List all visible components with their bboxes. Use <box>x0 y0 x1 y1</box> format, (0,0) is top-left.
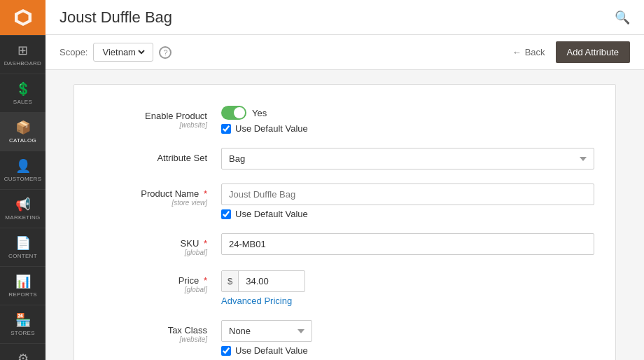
sku-row: SKU * [global] <box>74 226 615 263</box>
page-title: Joust Duffle Bag <box>59 8 172 27</box>
content-area: Enable Product [website] Yes Use Default… <box>46 70 644 360</box>
toggle-row: Yes <box>221 106 594 120</box>
enable-product-controls: Yes Use Default Value <box>221 106 594 134</box>
price-label: Price * [global] <box>95 270 221 293</box>
sidebar-item-system[interactable]: ⚙ SYSTEM <box>0 343 46 360</box>
tax-class-default-label: Use Default Value <box>235 345 308 356</box>
tax-class-default-checkbox[interactable] <box>221 346 231 356</box>
marketing-icon: 📢 <box>15 197 31 212</box>
dashboard-icon: ⊞ <box>18 43 28 58</box>
sidebar-item-stores[interactable]: 🏪 STORES <box>0 305 46 343</box>
sku-controls <box>221 233 594 255</box>
sidebar-item-label: STORES <box>10 330 35 336</box>
content-icon: 📄 <box>15 235 31 251</box>
advanced-pricing-link[interactable]: Advanced Pricing <box>221 296 594 306</box>
enable-product-toggle[interactable] <box>221 106 246 120</box>
price-controls: $ Advanced Pricing <box>221 270 594 306</box>
price-symbol: $ <box>222 271 239 291</box>
toolbar: Scope: Vietnam Default ? ← Back Add Attr… <box>46 35 644 70</box>
product-form: Enable Product [website] Yes Use Default… <box>74 84 616 360</box>
sku-input[interactable] <box>221 233 594 255</box>
customers-icon: 👤 <box>15 158 31 174</box>
product-name-default-row: Use Default Value <box>221 209 594 219</box>
sidebar-item-label: REPORTS <box>8 291 37 298</box>
product-name-row: Product Name * [store view] Use Default … <box>74 176 615 226</box>
sidebar-item-dashboard[interactable]: ⊞ DASHBOARD <box>0 35 46 74</box>
tax-class-controls: None Taxable Goods Use Default Value <box>221 320 594 356</box>
enable-product-row: Enable Product [website] Yes Use Default… <box>74 99 615 141</box>
sidebar-item-label: CUSTOMERS <box>4 176 42 182</box>
sidebar-item-label: DASHBOARD <box>4 60 41 67</box>
sidebar-item-sales[interactable]: 💲 SALES <box>0 74 46 112</box>
sku-label: SKU * [global] <box>95 233 221 256</box>
attribute-set-select[interactable]: Bag Default Gear <box>221 148 594 169</box>
back-button[interactable]: ← Back <box>512 47 545 57</box>
required-star: * <box>204 275 207 286</box>
required-star: * <box>204 238 207 249</box>
main-panel: Joust Duffle Bag 🔍 Scope: Vietnam Defaul… <box>46 0 644 360</box>
catalog-icon: 📦 <box>15 120 31 135</box>
reports-icon: 📊 <box>15 274 31 289</box>
sidebar: ⊞ DASHBOARD 💲 SALES 📦 CATALOG 👤 CUSTOMER… <box>0 0 46 360</box>
tax-class-sub-label: [website] <box>95 335 207 343</box>
enable-product-default-checkbox[interactable] <box>221 124 231 134</box>
product-name-sub-label: [store view] <box>95 199 207 207</box>
product-name-default-checkbox[interactable] <box>221 209 231 219</box>
back-arrow-icon: ← <box>512 47 522 57</box>
product-name-default-label: Use Default Value <box>235 209 308 219</box>
scope-label: Scope: <box>59 47 88 57</box>
sidebar-item-customers[interactable]: 👤 CUSTOMERS <box>0 151 46 189</box>
attribute-set-row: Attribute Set Bag Default Gear <box>74 141 615 176</box>
scope-row: Scope: Vietnam Default ? <box>59 43 172 62</box>
logo[interactable] <box>0 0 46 35</box>
attribute-set-label: Attribute Set <box>95 148 221 163</box>
product-name-input[interactable] <box>221 184 594 205</box>
tax-class-select[interactable]: None Taxable Goods <box>221 320 312 342</box>
tax-class-row: Tax Class [website] None Taxable Goods U… <box>74 313 615 360</box>
add-attribute-button[interactable]: Add Attribute <box>556 41 630 63</box>
sku-sub-label: [global] <box>95 249 207 256</box>
back-label: Back <box>525 47 545 57</box>
enable-product-label: Enable Product [website] <box>95 106 221 129</box>
sidebar-item-catalog[interactable]: 📦 CATALOG <box>0 112 46 151</box>
scope-selector[interactable]: Vietnam Default <box>93 43 153 62</box>
product-name-label: Product Name * [store view] <box>95 184 221 207</box>
toggle-text: Yes <box>252 108 267 118</box>
help-icon[interactable]: ? <box>159 46 172 59</box>
product-name-controls: Use Default Value <box>221 184 594 219</box>
sidebar-item-marketing[interactable]: 📢 MARKETING <box>0 189 46 228</box>
scope-dropdown[interactable]: Vietnam Default <box>99 46 147 58</box>
enable-product-default-label: Use Default Value <box>235 123 308 134</box>
sidebar-item-label: CATALOG <box>9 137 36 144</box>
price-row: Price * [global] $ Advanced Pricing <box>74 263 615 313</box>
price-input-wrapper: $ <box>221 270 305 292</box>
sidebar-item-content[interactable]: 📄 CONTENT <box>0 228 46 266</box>
enable-product-sub-label: [website] <box>95 121 207 129</box>
tax-class-default-row: Use Default Value <box>221 345 594 356</box>
enable-product-default-row: Use Default Value <box>221 123 594 134</box>
sidebar-item-label: CONTENT <box>8 253 37 259</box>
price-input[interactable] <box>239 271 295 291</box>
attribute-set-controls: Bag Default Gear <box>221 148 594 169</box>
search-icon[interactable]: 🔍 <box>615 10 630 25</box>
sales-icon: 💲 <box>15 81 31 97</box>
page-header: Joust Duffle Bag 🔍 <box>46 0 644 35</box>
price-sub-label: [global] <box>95 286 207 293</box>
tax-class-label: Tax Class [website] <box>95 320 221 343</box>
stores-icon: 🏪 <box>15 312 31 328</box>
sidebar-item-label: MARKETING <box>5 214 40 221</box>
toolbar-actions: ← Back Add Attribute <box>512 41 630 63</box>
sidebar-item-label: SALES <box>13 99 32 105</box>
sidebar-item-reports[interactable]: 📊 REPORTS <box>0 266 46 305</box>
required-star: * <box>204 188 207 199</box>
system-icon: ⚙ <box>18 351 29 360</box>
